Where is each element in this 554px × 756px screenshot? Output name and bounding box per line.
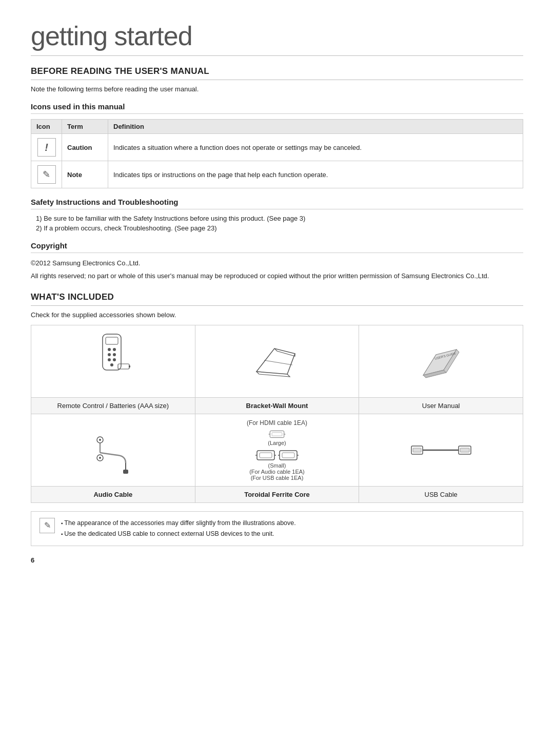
safety-heading: Safety Instructions and Troubleshooting (31, 198, 523, 209)
svg-point-3 (113, 348, 116, 351)
svg-point-8 (110, 363, 113, 366)
svg-point-7 (113, 358, 116, 361)
col-definition: Definition (108, 120, 523, 134)
section-before-reading: BEFORE READING THE USER'S MANUAL Note th… (31, 66, 523, 282)
remote-image (31, 325, 195, 397)
copyright-line2: All rights reserved; no part or whole of… (31, 271, 523, 282)
manual-svg: USER'S GUIDE (416, 339, 467, 383)
icons-table: Icon Term Definition ! Caution Indicates… (31, 119, 523, 188)
remote-label: Remote Control / Batteries (AAA size) (31, 397, 195, 414)
toroidal-large-svg (262, 429, 292, 440)
list-item: Use the dedicated USB cable to connect e… (61, 529, 296, 539)
hdmi-label: (For HDMI cable 1EA) (247, 419, 307, 427)
bottom-note: ✎ The appearance of the accessories may … (31, 511, 523, 547)
accessory-bracket: Bracket-Wall Mount (195, 325, 359, 414)
large-label: (Large) (268, 440, 286, 446)
before-reading-intro: Note the following terms before reading … (31, 85, 523, 93)
bracket-label: Bracket-Wall Mount (195, 397, 359, 414)
accessory-toroidal: (For HDMI cable 1EA) (Large) (195, 414, 359, 502)
remote-svg (92, 333, 133, 390)
svg-rect-1 (106, 337, 118, 344)
toroidal-small1-svg (255, 448, 276, 462)
svg-point-2 (108, 348, 111, 351)
list-item: If a problem occurs, check Troubleshooti… (36, 224, 523, 232)
accessories-note: Check for the supplied accessories shown… (31, 311, 523, 319)
copyright-heading: Copyright (31, 241, 523, 253)
svg-rect-10 (129, 365, 130, 367)
icons-subsection: Icons used in this manual Icon Term Defi… (31, 102, 523, 188)
note-term: Note (62, 161, 108, 188)
page-number: 6 (31, 556, 523, 564)
svg-rect-22 (123, 470, 128, 474)
svg-rect-9 (118, 364, 129, 369)
accessory-remote: Remote Control / Batteries (AAA size) (31, 325, 195, 414)
svg-rect-28 (260, 453, 272, 458)
accessories-row: Remote Control / Batteries (AAA size) (31, 325, 523, 414)
audio-cable-svg (90, 424, 136, 476)
svg-rect-39 (460, 448, 469, 452)
accessory-usb: USB Cable (359, 414, 523, 502)
col-icon: Icon (31, 120, 62, 134)
copyright-line1: ©2012 Samsung Electronics Co.,Ltd. (31, 258, 523, 269)
audio-image (31, 414, 195, 486)
svg-point-20 (99, 457, 101, 459)
small-toroids (255, 448, 299, 462)
accessory-audio: Audio Cable (31, 414, 195, 502)
small-label: (Small) (268, 462, 286, 469)
audio-sublabel: (For Audio cable 1EA) (249, 469, 305, 475)
usb-cable-svg (410, 440, 472, 460)
safety-list: Be sure to be familiar with the Safety I… (31, 215, 523, 232)
audio-label: Audio Cable (31, 486, 195, 502)
svg-point-6 (108, 358, 111, 361)
bracket-image (195, 325, 359, 397)
caution-icon: ! (37, 138, 56, 157)
note-bullets-list: The appearance of the accessories may di… (61, 518, 296, 540)
svg-rect-32 (282, 453, 294, 458)
section-whats-included: WHAT'S INCLUDED Check for the supplied a… (31, 292, 523, 547)
svg-point-17 (99, 439, 101, 441)
list-item: The appearance of the accessories may di… (61, 518, 296, 529)
bracket-svg (249, 341, 305, 382)
note-icon-box: ✎ (39, 518, 55, 533)
svg-rect-36 (413, 448, 421, 452)
manual-image: USER'S GUIDE (359, 325, 523, 397)
copyright-subsection: Copyright ©2012 Samsung Electronics Co.,… (31, 241, 523, 282)
svg-point-4 (108, 353, 111, 356)
note-definition: Indicates tips or instructions on the pa… (108, 161, 523, 188)
toroidal-label: Toroidal Ferrite Core (195, 486, 359, 502)
note-icon: ✎ (37, 165, 56, 184)
whats-included-heading: WHAT'S INCLUDED (31, 292, 523, 306)
page-title: getting started (31, 21, 523, 56)
toroidal-image: (For HDMI cable 1EA) (Large) (195, 414, 359, 486)
accessories-table: Remote Control / Batteries (AAA size) (31, 325, 523, 503)
col-term: Term (62, 120, 108, 134)
accessory-manual: USER'S GUIDE User Manual (359, 325, 523, 414)
table-row: ! Caution Indicates a situation where a … (31, 134, 523, 161)
svg-point-5 (113, 353, 116, 356)
accessories-row: Audio Cable (For HDMI cable 1EA) (31, 414, 523, 502)
svg-line-11 (264, 360, 292, 365)
list-item: Be sure to be familiar with the Safety I… (36, 215, 523, 222)
copyright-content: ©2012 Samsung Electronics Co.,Ltd. All r… (31, 258, 523, 282)
icons-subsection-heading: Icons used in this manual (31, 102, 523, 114)
caution-definition: Indicates a situation where a function d… (108, 134, 523, 161)
before-reading-heading: BEFORE READING THE USER'S MANUAL (31, 66, 523, 80)
table-row: ✎ Note Indicates tips or instructions on… (31, 161, 523, 188)
safety-subsection: Safety Instructions and Troubleshooting … (31, 198, 523, 232)
svg-rect-24 (272, 432, 282, 436)
manual-label: User Manual (359, 397, 523, 414)
usb-sublabel: (For USB cable 1EA) (251, 475, 304, 481)
usb-image (359, 414, 523, 486)
usb-label: USB Cable (359, 486, 523, 502)
note-icon-symbol: ✎ (44, 518, 51, 532)
toroidal-small2-svg (278, 448, 299, 462)
caution-term: Caution (62, 134, 108, 161)
